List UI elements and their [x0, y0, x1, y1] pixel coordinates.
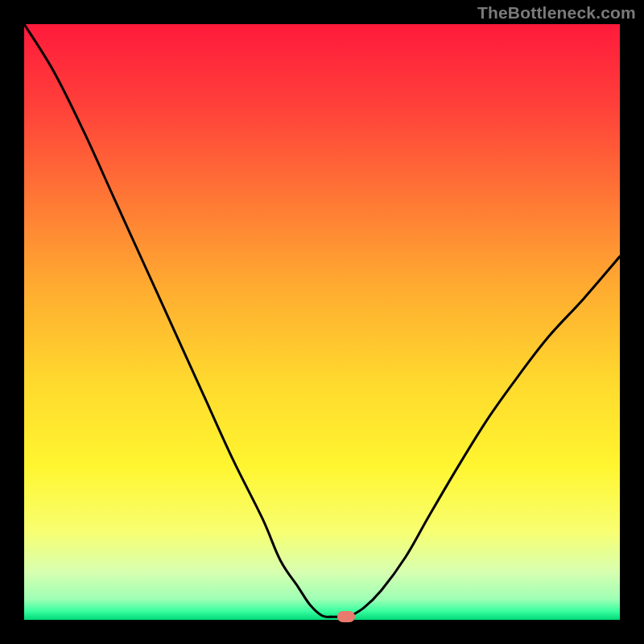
plot-svg: [24, 24, 620, 620]
plot-area: [24, 24, 620, 620]
gradient-background: [24, 24, 620, 620]
attribution-text: TheBottleneck.com: [477, 3, 636, 23]
chart-frame: TheBottleneck.com: [0, 0, 644, 644]
optimal-point-marker: [337, 611, 355, 622]
